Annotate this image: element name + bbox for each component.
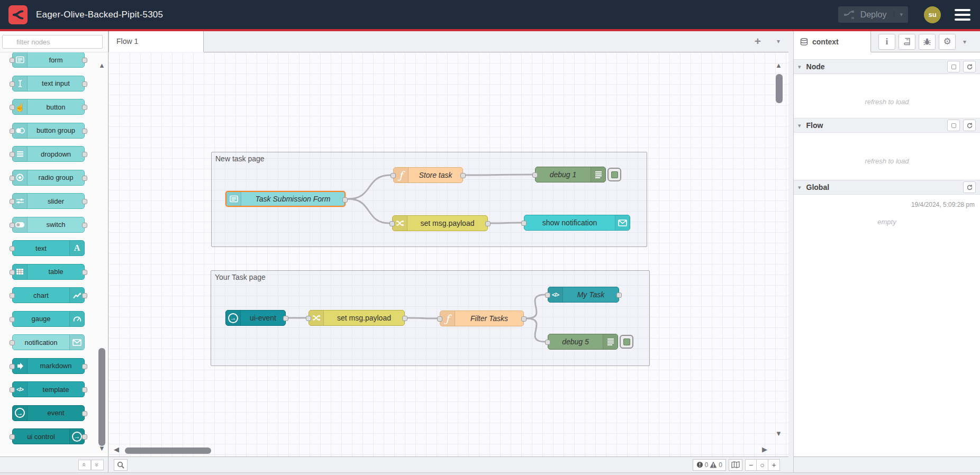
output-port[interactable]	[485, 221, 491, 226]
context-section-global[interactable]: ▾ Global	[794, 180, 980, 195]
context-section-flow[interactable]: ▾ Flow	[794, 118, 980, 133]
input-port[interactable]	[10, 58, 15, 63]
input-port[interactable]	[10, 364, 15, 369]
notifications-counter[interactable]: 0 0	[693, 459, 726, 471]
main-menu-icon[interactable]	[955, 9, 970, 21]
output-port[interactable]	[82, 58, 87, 63]
add-flow-icon[interactable]: +	[755, 35, 761, 48]
canvas-node-set-msg-payload[interactable]: set msg.payload	[308, 310, 405, 326]
help-book-icon[interactable]	[899, 34, 915, 50]
input-port[interactable]	[10, 246, 15, 251]
palette-node-radio-group[interactable]: radio group	[12, 170, 85, 186]
flow-list-caret-icon[interactable]: ▾	[777, 38, 780, 45]
canvas-vscrollbar[interactable]	[776, 74, 783, 103]
output-port[interactable]	[82, 411, 87, 416]
settings-gear-icon[interactable]: ⚙	[939, 34, 956, 50]
output-port[interactable]	[82, 176, 87, 181]
output-port[interactable]	[82, 152, 87, 157]
flow-canvas[interactable]: New task pageYour Task pageTask Submissi…	[108, 52, 788, 456]
input-port[interactable]	[389, 221, 395, 226]
palette-node-slider[interactable]: slider	[12, 193, 85, 209]
select-node-button[interactable]	[947, 61, 960, 72]
zoom-in-button[interactable]: +	[768, 459, 780, 471]
input-port[interactable]	[521, 221, 527, 226]
info-button[interactable]: i	[878, 34, 895, 50]
input-port[interactable]	[10, 105, 15, 110]
palette-node-event[interactable]: →event	[12, 405, 85, 421]
sidebar-menu-caret-icon[interactable]: ▾	[963, 38, 966, 45]
output-port[interactable]	[616, 293, 622, 298]
output-port[interactable]	[342, 197, 348, 203]
palette-node-dropdown[interactable]: dropdown	[12, 146, 85, 162]
debug-toggle-button[interactable]	[607, 168, 621, 181]
palette-node-table[interactable]: table	[12, 264, 85, 280]
output-port[interactable]	[283, 316, 288, 321]
canvas-node-debug-1[interactable]: debug 1	[535, 167, 606, 182]
output-port[interactable]	[521, 316, 527, 322]
output-port[interactable]	[82, 270, 87, 275]
palette-scroll-down-icon[interactable]: ▼	[98, 445, 105, 452]
canvas-scroll-down-icon[interactable]: ▼	[775, 430, 782, 437]
output-port[interactable]	[82, 293, 87, 298]
palette-node-button[interactable]: ☝button	[12, 99, 85, 115]
output-port[interactable]	[82, 434, 87, 440]
output-port[interactable]	[82, 199, 87, 204]
input-port[interactable]	[532, 172, 538, 178]
filter-nodes-input[interactable]	[2, 35, 103, 49]
palette-node-template[interactable]: </>template	[12, 381, 85, 397]
canvas-node-ui-event[interactable]: →ui-event	[225, 310, 286, 326]
search-flows-button[interactable]	[114, 459, 128, 471]
input-port[interactable]	[10, 223, 15, 228]
zoom-reset-button[interactable]: ○	[757, 459, 768, 471]
palette-collapse-all-button[interactable]: «	[78, 460, 91, 470]
palette-node-markdown[interactable]: markdown	[12, 358, 85, 374]
palette-node-gauge[interactable]: gauge	[12, 311, 85, 327]
navigator-map-icon[interactable]	[729, 459, 742, 471]
palette-node-text[interactable]: Atext	[12, 240, 85, 256]
canvas-node-Filter-Tasks[interactable]: ƒFilter Tasks	[440, 310, 524, 326]
output-port[interactable]	[460, 173, 466, 178]
palette-node-switch[interactable]: switch	[12, 217, 85, 233]
input-port[interactable]	[10, 317, 15, 322]
canvas-node-debug-5[interactable]: debug 5	[548, 334, 618, 350]
context-section-node[interactable]: ▾ Node	[794, 59, 980, 74]
deploy-button[interactable]: Deploy ▾	[838, 6, 908, 23]
output-port[interactable]	[402, 316, 407, 321]
palette-scroll-up-icon[interactable]: ▲	[98, 62, 105, 69]
debug-toggle-button[interactable]	[620, 335, 633, 349]
input-port[interactable]	[10, 152, 15, 157]
canvas-scroll-right-icon[interactable]: ▶	[762, 446, 767, 453]
tab-flow-1[interactable]: Flow 1	[108, 31, 204, 52]
input-port[interactable]	[10, 176, 15, 181]
canvas-node-My-Task[interactable]: </>My Task	[548, 287, 619, 303]
input-port[interactable]	[10, 81, 15, 87]
canvas-node-set-msg-payload[interactable]: set msg.payload	[392, 215, 488, 231]
input-port[interactable]	[10, 129, 15, 134]
canvas-hscrollbar[interactable]	[125, 447, 211, 454]
input-port[interactable]	[545, 293, 550, 298]
output-port[interactable]	[82, 129, 87, 134]
input-port[interactable]	[10, 434, 15, 440]
palette-scrollbar[interactable]	[98, 348, 105, 446]
canvas-scroll-left-icon[interactable]: ◀	[114, 446, 119, 453]
input-port[interactable]	[545, 340, 550, 345]
flowfuse-logo-icon[interactable]	[8, 5, 28, 24]
palette-node-button-group[interactable]: button group	[12, 123, 85, 139]
zoom-out-button[interactable]: −	[745, 459, 757, 471]
palette-node-form[interactable]: form	[12, 52, 85, 68]
output-port[interactable]	[82, 223, 87, 228]
palette-expand-all-button[interactable]: »	[91, 460, 104, 470]
output-port[interactable]	[82, 364, 87, 369]
refresh-icon[interactable]	[963, 61, 976, 72]
input-port[interactable]	[10, 293, 15, 298]
canvas-node-Store-task[interactable]: ƒStore task	[393, 167, 463, 183]
palette-node-text-input[interactable]: text input	[12, 76, 85, 92]
input-port[interactable]	[10, 270, 15, 275]
canvas-scroll-up-icon[interactable]: ▲	[775, 62, 782, 69]
output-port[interactable]	[82, 81, 87, 87]
input-port[interactable]	[437, 316, 442, 322]
debug-bug-icon[interactable]	[919, 34, 936, 50]
input-port[interactable]	[306, 316, 311, 321]
refresh-icon[interactable]	[963, 120, 976, 131]
output-port[interactable]	[82, 387, 87, 392]
